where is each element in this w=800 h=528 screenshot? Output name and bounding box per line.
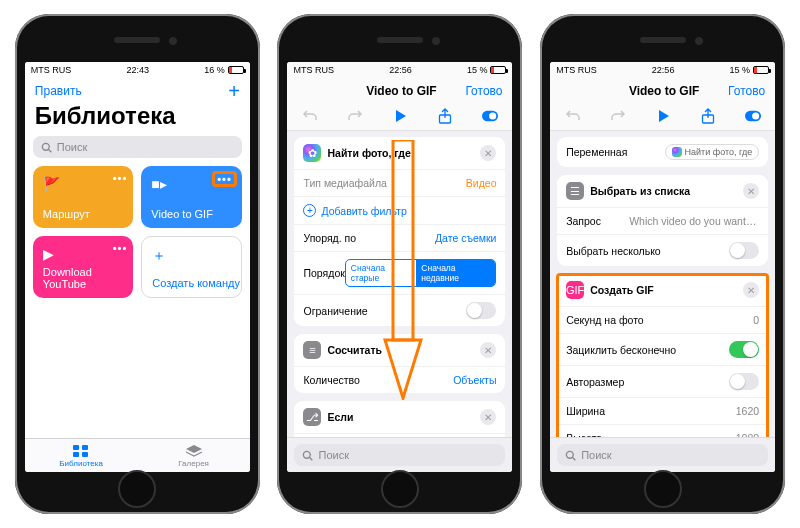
order-segmented[interactable]: Сначала старыеСначала недавние [345, 259, 497, 287]
done-button[interactable]: Готово [465, 84, 502, 98]
redo-icon[interactable] [347, 108, 363, 124]
multi-switch[interactable] [729, 242, 759, 259]
play-icon[interactable] [392, 108, 408, 124]
plus-icon: ＋ [152, 247, 166, 263]
share-icon[interactable] [700, 108, 716, 124]
settings-toggle-icon[interactable] [482, 108, 498, 124]
more-icon[interactable]: ••• [113, 242, 128, 254]
earpiece [377, 37, 423, 43]
tab-gallery[interactable]: Галерея [137, 439, 250, 472]
nav-title: Video to GIF [337, 84, 465, 98]
tab-label: Библиотека [59, 459, 103, 468]
redo-icon[interactable] [610, 108, 626, 124]
filter-type-value[interactable]: Видео [466, 177, 497, 189]
carrier-label: MTS RUS [556, 65, 597, 75]
sort-by-label: Упоряд. по [303, 232, 356, 244]
width-label: Ширина [566, 405, 605, 417]
undo-icon[interactable] [565, 108, 581, 124]
delete-action-button[interactable]: ✕ [743, 183, 759, 199]
phone-library: MTS RUS 22:43 16 % Править + Библиотека … [15, 14, 260, 514]
add-filter-label: Добавить фильтр [321, 205, 406, 217]
more-icon[interactable]: ••• [113, 172, 128, 184]
seg-newest[interactable]: Сначала недавние [416, 260, 495, 286]
action-find-photos: ✿Найти фото, где ✕ Тип медиафайла Видео … [294, 137, 505, 326]
toolbar [287, 102, 512, 131]
svg-line-1 [48, 149, 51, 152]
more-icon[interactable]: ••• [213, 172, 236, 186]
play-icon[interactable] [655, 108, 671, 124]
variable-token[interactable]: Найти фото, где [665, 144, 760, 160]
search-input[interactable]: Поиск [33, 136, 242, 158]
branch-icon: ⎇ [303, 408, 321, 426]
card-video-to-gif[interactable]: ■▸ ••• Video to GIF [141, 166, 242, 228]
loop-label: Зациклить бесконечно [566, 344, 676, 356]
add-button[interactable]: + [228, 84, 240, 98]
delete-action-button[interactable]: ✕ [480, 342, 496, 358]
card-label: Video to GIF [151, 208, 213, 220]
card-download-youtube[interactable]: ▶ ••• Download YouTube [33, 236, 134, 298]
svg-rect-2 [73, 445, 79, 450]
action-search-bar: Поиск [550, 437, 775, 472]
editor-content[interactable]: Переменная Найти фото, где ☰Выбрать из с… [550, 131, 775, 472]
earpiece [114, 37, 160, 43]
seg-oldest[interactable]: Сначала старые [346, 260, 417, 286]
delete-action-button[interactable]: ✕ [480, 409, 496, 425]
tab-library[interactable]: Библиотека [25, 439, 138, 472]
action-title: Найти фото, где [327, 147, 410, 159]
seconds-value[interactable]: 0 [753, 314, 759, 326]
quantity-label: Количество [303, 374, 359, 386]
toolbar [550, 102, 775, 131]
list-icon: ☰ [566, 182, 584, 200]
quantity-value[interactable]: Объекты [453, 374, 496, 386]
svg-rect-5 [82, 452, 88, 457]
nav-title: Video to GIF [600, 84, 728, 98]
filter-type-label[interactable]: Тип медиафайла [303, 177, 386, 189]
prompt-label: Запрос [566, 215, 601, 227]
add-filter-button[interactable]: +Добавить фильтр [294, 196, 505, 224]
search-input[interactable]: Поиск [294, 444, 505, 466]
prompt-value[interactable]: Which video do you want to make a... [629, 215, 759, 227]
width-value[interactable]: 1620 [736, 405, 759, 417]
limit-switch[interactable] [466, 302, 496, 319]
screen-editor-gif: MTS RUS 22:56 15 % Video to GIF Готово П… [550, 62, 775, 472]
search-placeholder: Поиск [318, 449, 348, 461]
search-icon [565, 450, 576, 461]
status-bar: MTS RUS 22:43 16 % [25, 62, 250, 78]
action-title: Если [327, 411, 353, 423]
card-label: Маршрут [43, 208, 90, 220]
delete-action-button[interactable]: ✕ [480, 145, 496, 161]
home-button[interactable] [381, 470, 419, 508]
stack-icon [185, 444, 203, 458]
edit-button[interactable]: Править [35, 84, 82, 98]
count-icon: ≡ [303, 341, 321, 359]
home-button[interactable] [118, 470, 156, 508]
search-placeholder: Поиск [581, 449, 611, 461]
card-create-shortcut[interactable]: ＋ Создать команду [141, 236, 242, 298]
settings-toggle-icon[interactable] [745, 108, 761, 124]
svg-point-15 [567, 451, 574, 458]
search-placeholder: Поиск [57, 141, 87, 153]
svg-point-8 [489, 112, 496, 119]
variable-label: Переменная [566, 146, 627, 158]
undo-icon[interactable] [302, 108, 318, 124]
svg-line-11 [310, 457, 313, 460]
action-choose-from-list: ☰Выбрать из списка✕ ЗапросWhich video do… [557, 175, 768, 266]
action-title: Сосчитать [327, 344, 382, 356]
svg-point-0 [42, 143, 49, 150]
card-route[interactable]: 🚩 ••• Маршрут [33, 166, 134, 228]
done-button[interactable]: Готово [728, 84, 765, 98]
delete-action-button[interactable]: ✕ [743, 282, 759, 298]
earpiece [640, 37, 686, 43]
camera [169, 37, 177, 45]
editor-content[interactable]: ✿Найти фото, где ✕ Тип медиафайла Видео … [287, 131, 512, 472]
sort-by-value[interactable]: Дате съемки [435, 232, 497, 244]
autosize-switch[interactable] [729, 373, 759, 390]
phone-editor-find: MTS RUS 22:56 15 % Video to GIF Готово ✿… [277, 14, 522, 514]
share-icon[interactable] [437, 108, 453, 124]
nav-bar: Править + [25, 78, 250, 102]
home-button[interactable] [644, 470, 682, 508]
loop-switch[interactable] [729, 341, 759, 358]
clock: 22:43 [127, 65, 150, 75]
search-input[interactable]: Поиск [557, 444, 768, 466]
camera [432, 37, 440, 45]
